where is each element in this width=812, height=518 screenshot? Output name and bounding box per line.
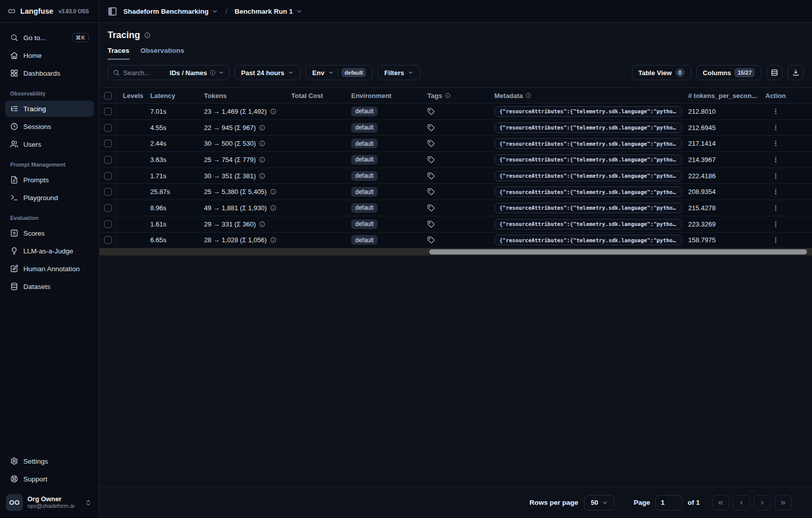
sidebar-item-settings[interactable]: Settings [5,453,94,469]
row-height-button[interactable] [766,65,783,80]
previous-page-button[interactable] [733,495,750,510]
chevron-down-icon [602,500,608,506]
row-checkbox[interactable] [104,236,112,244]
row-checkbox[interactable] [104,188,112,196]
row-actions-button[interactable] [759,108,812,115]
row-checkbox[interactable] [104,220,112,228]
row-checkbox[interactable] [104,108,112,115]
metadata-pill[interactable]: {"resourceAttributes":{"telemetry.sdk.la… [494,219,682,230]
row-actions-button[interactable] [759,140,812,147]
table-row[interactable]: 25.87s 25 → 5,380 (Σ 5,405) default {"re… [99,184,812,200]
sidebar-item-scores[interactable]: Scores [5,225,94,241]
sidebar-item-playground[interactable]: Playground [5,189,94,206]
environment-filter-button[interactable]: Env default [306,65,373,80]
metadata-cell: {"resourceAttributes":{"telemetry.sdk.la… [488,203,682,213]
row-actions-button[interactable] [759,236,812,244]
metadata-pill[interactable]: {"resourceAttributes":{"telemetry.sdk.la… [494,106,682,117]
filters-button[interactable]: Filters [378,65,420,80]
row-actions-button[interactable] [759,204,812,212]
rows-per-page-select[interactable]: 50 [584,495,614,510]
breadcrumb-run[interactable]: Benchmark Run 1 [234,8,302,15]
metadata-pill[interactable]: {"resourceAttributes":{"telemetry.sdk.la… [494,138,682,149]
sidebar-toggle-button[interactable] [108,7,117,16]
sidebar-item-goto[interactable]: Go to... ⌘K [5,29,94,46]
table-row[interactable]: 7.01s 23 → 1,469 (Σ 1,492) default {"res… [99,104,812,120]
row-actions-button[interactable] [759,220,812,228]
row-actions-button[interactable] [759,172,812,180]
search-box[interactable]: IDs / Names [108,65,229,80]
brand-header: Langfuse v3.83.0 OSS [0,0,99,23]
row-actions-button[interactable] [759,188,812,196]
row-checkbox[interactable] [104,204,112,212]
row-checkbox[interactable] [104,156,112,164]
tags-cell[interactable] [421,124,488,132]
tab-observations[interactable]: Observations [141,47,184,60]
search-mode-selector[interactable]: IDs / Names [170,69,224,77]
metadata-pill[interactable]: {"resourceAttributes":{"telemetry.sdk.la… [494,154,682,165]
row-checkbox[interactable] [104,172,112,180]
tags-cell[interactable] [421,236,488,244]
metadata-pill[interactable]: {"resourceAttributes":{"telemetry.sdk.la… [494,235,682,245]
table-row[interactable]: 1.61s 29 → 331 (Σ 360) default {"resourc… [99,216,812,233]
user-menu[interactable]: OO Org Owner ops@shadeform.ai [5,492,94,513]
metadata-pill[interactable]: {"resourceAttributes":{"telemetry.sdk.la… [494,186,682,197]
tags-cell[interactable] [421,140,488,147]
sidebar-item-users[interactable]: Users [5,136,94,152]
row-actions-button[interactable] [759,124,812,132]
metadata-pill[interactable]: {"resourceAttributes":{"telemetry.sdk.la… [494,171,682,181]
sidebar-footer: Settings Support OO Org Owner ops@shadef… [0,453,99,518]
time-range-button[interactable]: Past 24 hours [234,65,300,80]
column-header-action[interactable]: Action [759,92,812,100]
row-actions-button[interactable] [759,156,812,164]
last-page-button[interactable] [774,495,792,510]
page-number-input[interactable] [655,495,683,510]
first-page-button[interactable] [712,495,729,510]
tags-cell[interactable] [421,156,488,164]
sidebar-item-prompts[interactable]: Prompts [5,172,94,188]
table-row[interactable]: 2.44s 30 → 500 (Σ 530) default {"resourc… [99,136,812,152]
next-page-button[interactable] [754,495,771,510]
sidebar-item-dashboards[interactable]: Dashboards [5,65,94,81]
column-header-latency[interactable]: Latency [144,92,198,100]
column-header-metadata[interactable]: Metadata [488,92,682,100]
table-row[interactable]: 6.65s 28 → 1,028 (Σ 1,056) default {"res… [99,233,812,249]
row-checkbox[interactable] [104,140,112,147]
export-button[interactable] [788,65,804,80]
user-meta: Org Owner ops@shadeform.ai [27,495,80,510]
column-header-total-cost[interactable]: Total Cost [285,92,345,100]
table-row[interactable]: 1.71s 30 → 351 (Σ 381) default {"resourc… [99,168,812,184]
sidebar-item-support[interactable]: Support [5,471,94,487]
tags-cell[interactable] [421,188,488,196]
sidebar-item-tracing[interactable]: Tracing [5,101,94,117]
columns-button[interactable]: Columns 15/27 [696,65,761,80]
column-header-levels[interactable]: Levels [117,92,144,100]
chevron-down-icon [296,8,302,15]
sidebar-item-llm-judge[interactable]: LLM-as-a-Judge [5,243,94,259]
column-header-tokens[interactable]: Tokens [198,92,285,100]
tags-cell[interactable] [421,220,488,228]
sidebar-item-sessions[interactable]: Sessions [5,118,94,135]
metadata-pill[interactable]: {"resourceAttributes":{"telemetry.sdk.la… [494,122,682,133]
tags-cell[interactable] [421,108,488,115]
sidebar-item-datasets[interactable]: Datasets [5,278,94,295]
sidebar-nav: Go to... ⌘K Home Dashboards Observabilit… [0,23,99,453]
metadata-pill[interactable]: {"resourceAttributes":{"telemetry.sdk.la… [494,203,682,213]
table-row[interactable]: 3.63s 25 → 754 (Σ 779) default {"resourc… [99,152,812,168]
scrollbar-thumb[interactable] [429,249,807,254]
horizontal-scrollbar[interactable] [99,248,812,255]
tab-traces[interactable]: Traces [108,47,129,60]
breadcrumb-project[interactable]: Shadeform Benchmarking [123,8,218,15]
tags-cell[interactable] [421,172,488,180]
column-header-environment[interactable]: Environment [345,92,421,100]
sidebar-item-human-annotation[interactable]: Human Annotation [5,261,94,277]
table-view-button[interactable]: Table View 0 [632,65,691,80]
row-checkbox[interactable] [104,124,112,132]
table-row[interactable]: 8.96s 49 → 1,881 (Σ 1,930) default {"res… [99,200,812,216]
search-input[interactable] [123,69,166,77]
select-all-checkbox[interactable] [104,92,112,100]
column-header-tokens-per-secon[interactable]: # tokens_per_secon... [682,92,759,100]
tags-cell[interactable] [421,204,488,212]
table-row[interactable]: 4.55s 22 → 945 (Σ 967) default {"resourc… [99,120,812,136]
sidebar-item-home[interactable]: Home [5,47,94,63]
column-header-tags[interactable]: Tags [421,92,488,100]
